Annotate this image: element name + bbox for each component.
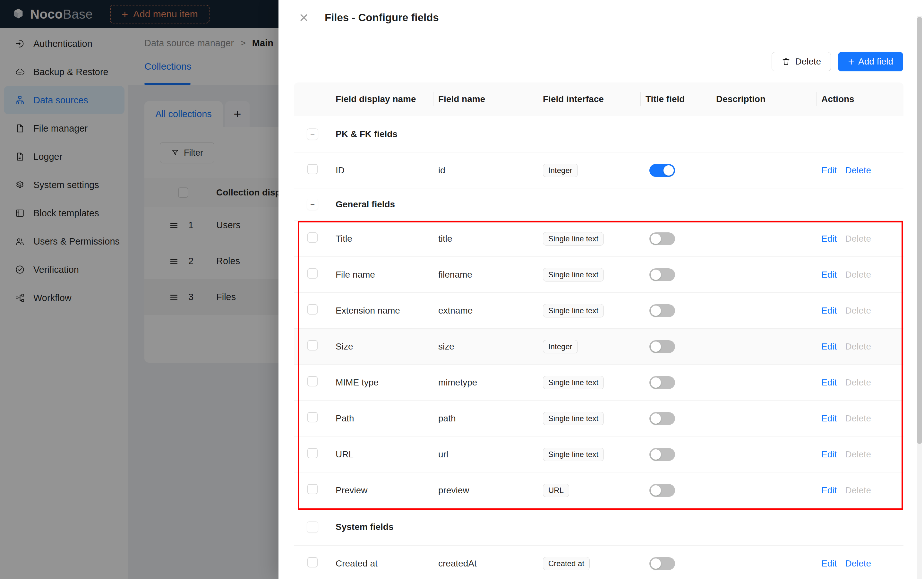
row-checkbox[interactable]: [307, 376, 318, 386]
field-display-name: ID: [330, 165, 433, 175]
field-row-created-at: Created at createdAt Created at Edit Del…: [294, 546, 903, 579]
drawer-title: Files - Configure fields: [325, 11, 439, 24]
title-field-toggle[interactable]: [650, 484, 675, 497]
collapse-section-button[interactable]: −: [307, 128, 318, 140]
row-checkbox[interactable]: [307, 304, 318, 314]
field-display-name: Preview: [330, 485, 433, 496]
minus-icon: −: [310, 201, 315, 208]
field-display-name: File name: [330, 270, 433, 280]
collapse-section-button[interactable]: −: [307, 199, 318, 210]
column-field-display-name: Field display name: [330, 94, 433, 104]
row-checkbox[interactable]: [307, 232, 318, 243]
row-checkbox[interactable]: [307, 557, 318, 568]
section-row-system-fields: − System fields: [294, 509, 903, 546]
field-display-name: Extension name: [330, 306, 433, 316]
trash-icon: [782, 57, 790, 66]
row-checkbox[interactable]: [307, 484, 318, 494]
collapse-section-button[interactable]: −: [307, 521, 318, 533]
field-interface-tag: URL: [543, 484, 569, 497]
fields-table-header-row: Field display name Field name Field inte…: [294, 82, 903, 116]
column-title-field: Title field: [640, 94, 711, 104]
delete-link[interactable]: Delete: [845, 270, 871, 280]
section-row-pk-fk-fields: − PK & FK fields: [294, 116, 903, 152]
section-label: System fields: [330, 522, 903, 532]
delete-link[interactable]: Delete: [845, 414, 871, 424]
field-row-file-name: File name filename Single line text Edit…: [294, 257, 903, 293]
column-actions: Actions: [816, 94, 903, 104]
edit-link[interactable]: Edit: [821, 449, 837, 460]
field-row-size: Size size Integer Edit Delete: [294, 329, 903, 365]
drawer-toolbar: Delete + Add field: [772, 52, 903, 71]
title-field-toggle[interactable]: [650, 376, 675, 389]
edit-link[interactable]: Edit: [821, 378, 837, 388]
delete-link[interactable]: Delete: [845, 342, 871, 352]
field-name: path: [433, 414, 538, 424]
section-row-general-fields: − General fields: [294, 188, 903, 221]
field-name: id: [433, 165, 538, 175]
add-field-button[interactable]: + Add field: [838, 52, 903, 71]
field-row-title: Title title Single line text Edit Delete: [294, 221, 903, 257]
edit-link[interactable]: Edit: [821, 234, 837, 244]
field-interface-tag: Single line text: [543, 412, 604, 425]
delete-link[interactable]: Delete: [845, 378, 871, 388]
delete-link[interactable]: Delete: [845, 165, 871, 175]
delete-link[interactable]: Delete: [845, 449, 871, 460]
title-field-toggle[interactable]: [650, 557, 675, 570]
field-name: filename: [433, 270, 538, 280]
field-name: createdAt: [433, 558, 538, 569]
title-field-toggle[interactable]: [650, 340, 675, 353]
delete-link[interactable]: Delete: [845, 234, 871, 244]
scrollbar-thumb[interactable]: [917, 17, 922, 444]
field-name: title: [433, 234, 538, 244]
edit-link[interactable]: Edit: [821, 342, 837, 352]
edit-link[interactable]: Edit: [821, 306, 837, 316]
field-row-preview: Preview preview URL Edit Delete: [294, 473, 903, 509]
column-field-name: Field name: [433, 94, 538, 104]
close-icon[interactable]: [296, 10, 311, 25]
field-interface-tag: Single line text: [543, 232, 604, 245]
field-interface-tag: Single line text: [543, 376, 604, 389]
title-field-toggle[interactable]: [650, 304, 675, 317]
field-display-name: Size: [330, 342, 433, 352]
field-row-url: URL url Single line text Edit Delete: [294, 437, 903, 473]
minus-icon: −: [310, 523, 315, 531]
row-checkbox[interactable]: [307, 268, 318, 279]
section-label: PK & FK fields: [330, 129, 903, 139]
row-checkbox[interactable]: [307, 412, 318, 422]
field-display-name: MIME type: [330, 378, 433, 388]
title-field-toggle[interactable]: [650, 448, 675, 461]
drawer-header: Files - Configure fields: [279, 0, 924, 35]
field-display-name: Path: [330, 414, 433, 424]
minus-icon: −: [310, 130, 315, 138]
title-field-toggle[interactable]: [650, 412, 675, 425]
edit-link[interactable]: Edit: [821, 270, 837, 280]
row-checkbox[interactable]: [307, 448, 318, 458]
field-interface-tag: Integer: [543, 340, 578, 353]
delete-link[interactable]: Delete: [845, 558, 871, 569]
field-name: size: [433, 342, 538, 352]
field-interface-tag: Single line text: [543, 304, 604, 317]
edit-link[interactable]: Edit: [821, 165, 837, 175]
title-field-toggle[interactable]: [650, 164, 675, 177]
title-field-toggle[interactable]: [650, 232, 675, 245]
field-row-mime-type: MIME type mimetype Single line text Edit…: [294, 365, 903, 401]
edit-link[interactable]: Edit: [821, 558, 837, 569]
delete-button[interactable]: Delete: [772, 52, 831, 71]
title-field-toggle[interactable]: [650, 268, 675, 281]
add-field-button-label: Add field: [858, 57, 893, 67]
field-name: extname: [433, 306, 538, 316]
edit-link[interactable]: Edit: [821, 485, 837, 496]
field-row-path: Path path Single line text Edit Delete: [294, 401, 903, 437]
delete-link[interactable]: Delete: [845, 306, 871, 316]
field-display-name: Created at: [330, 558, 433, 569]
row-checkbox[interactable]: [307, 340, 318, 350]
delete-link[interactable]: Delete: [845, 485, 871, 496]
field-interface-tag: Created at: [543, 557, 590, 570]
field-display-name: Title: [330, 234, 433, 244]
field-name: preview: [433, 485, 538, 496]
edit-link[interactable]: Edit: [821, 414, 837, 424]
section-label: General fields: [330, 199, 903, 209]
column-description: Description: [711, 94, 816, 104]
field-row-extension-name: Extension name extname Single line text …: [294, 293, 903, 329]
row-checkbox[interactable]: [307, 164, 318, 174]
